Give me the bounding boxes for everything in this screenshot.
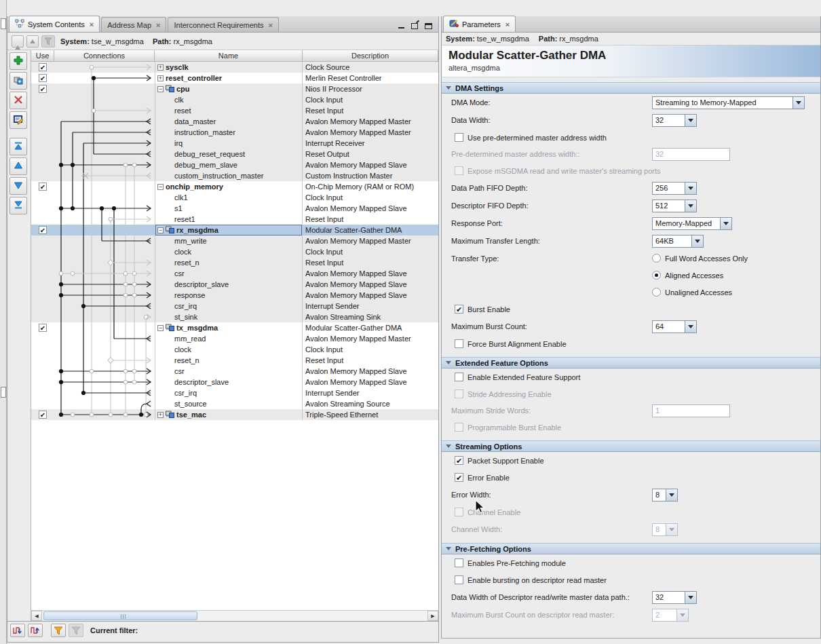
table-row-mm-write[interactable]: mm_writeAvalon Memory Mapped Master	[31, 235, 438, 246]
name-cell[interactable]: csr	[155, 268, 303, 279]
maximum-transfer-length-dropdown[interactable]: 64KB	[652, 235, 704, 248]
table-row-reset-n[interactable]: reset_nReset Input	[31, 355, 438, 366]
name-cell[interactable]: irq	[155, 138, 303, 149]
table-row-reset-controller[interactable]: ✔+reset_controllerMerlin Reset Controlle…	[31, 73, 438, 83]
name-cell[interactable]: debug_reset_request	[155, 149, 303, 159]
move-bottom-button[interactable]	[9, 197, 27, 214]
table-row-clk1[interactable]: clk1Clock Input	[31, 192, 438, 203]
name-cell[interactable]: reset_n	[155, 257, 303, 268]
table-row-irq[interactable]: irqInterrupt Receiver	[31, 138, 438, 149]
table-row-csr-irq[interactable]: csr_irqInterrupt Sender	[31, 301, 438, 311]
name-cell[interactable]: mm_read	[155, 333, 303, 344]
waveform-negedge-icon[interactable]	[10, 624, 25, 637]
table-row-onchip-memory[interactable]: ✔−onchip_memoryOn-Chip Memory (RAM or RO…	[31, 181, 438, 192]
dropdown-arrow-icon[interactable]	[666, 489, 677, 501]
section-header-pre-fetching-options[interactable]: Pre-Fetching Options	[442, 543, 820, 554]
table-row-st-sink[interactable]: st_sinkAvalon Streaming Sink	[31, 311, 438, 322]
scroll-right-arrow[interactable]: ▶	[427, 611, 438, 621]
table-row-rx-msgdma[interactable]: ✔−rx_msgdmaModular Scatter-Gather DMA	[31, 225, 438, 235]
move-down-button[interactable]	[9, 177, 27, 195]
column-header-description[interactable]: Description	[303, 50, 438, 62]
table-row-mm-read[interactable]: mm_readAvalon Memory Mapped Master	[31, 333, 438, 344]
collapse-icon[interactable]: −	[157, 325, 164, 331]
name-cell[interactable]: +sysclk	[155, 62, 303, 73]
enable-bursting-on-descriptor-read-master-checkbox[interactable]	[455, 575, 463, 584]
name-cell[interactable]: −tx_msgdma	[155, 322, 303, 333]
tab-parameters[interactable]: Parameters×	[443, 16, 516, 32]
table-row-debug-mem-slave[interactable]: debug_mem_slaveAvalon Memory Mapped Slav…	[31, 159, 438, 170]
add-button[interactable]	[9, 52, 27, 70]
collapse-icon[interactable]: −	[157, 227, 164, 233]
dropdown-arrow-icon[interactable]	[685, 183, 696, 194]
name-cell[interactable]: clock	[155, 344, 303, 355]
move-up-small-button[interactable]	[26, 35, 39, 48]
minimize-button[interactable]	[396, 21, 406, 29]
section-header-extended-feature-options[interactable]: Extended Feature Options	[442, 357, 820, 368]
use-checkbox[interactable]: ✔	[39, 411, 47, 419]
move-top-button[interactable]	[9, 138, 27, 155]
error-enable-checkbox[interactable]: ✔	[455, 473, 463, 482]
name-cell[interactable]: −onchip_memory	[155, 181, 303, 192]
remove-button[interactable]	[9, 92, 27, 109]
scrollbar-thumb[interactable]	[43, 611, 197, 620]
tab-interconnect-requirements[interactable]: Interconnect Requirements×	[168, 17, 279, 32]
name-cell[interactable]: debug_mem_slave	[155, 159, 303, 170]
tab-close-icon[interactable]: ×	[269, 21, 273, 29]
name-cell[interactable]: +tse_mac	[155, 409, 303, 420]
edit-button[interactable]	[9, 111, 27, 129]
force-burst-alignment-enable-checkbox[interactable]	[455, 339, 463, 348]
table-row-clk[interactable]: clkClock Input	[31, 94, 438, 105]
dropdown-arrow-icon[interactable]	[685, 592, 696, 603]
use-checkbox[interactable]: ✔	[39, 85, 47, 93]
enable-extended-feature-support-checkbox[interactable]	[455, 373, 463, 381]
maximum-burst-count-dropdown[interactable]: 64	[652, 320, 697, 333]
column-header-connections[interactable]: Connections	[54, 50, 155, 62]
scrollbar-track[interactable]	[42, 611, 427, 621]
burst-enable-checkbox[interactable]: ✔	[455, 305, 463, 314]
table-row-st-source[interactable]: st_sourceAvalon Streaming Source	[31, 398, 438, 409]
name-cell[interactable]: csr_irq	[155, 387, 303, 398]
name-cell[interactable]: clk1	[155, 192, 303, 203]
name-cell[interactable]: descriptor_slave	[155, 279, 303, 290]
name-cell[interactable]: response	[155, 290, 303, 301]
name-cell[interactable]: csr	[155, 366, 303, 377]
tab-close-icon[interactable]: ×	[90, 20, 94, 29]
use-checkbox[interactable]: ✔	[39, 226, 47, 234]
float-button[interactable]	[410, 21, 419, 29]
use-checkbox[interactable]: ✔	[39, 183, 47, 191]
table-row-reset[interactable]: resetReset Input	[31, 105, 438, 116]
expand-icon[interactable]: +	[157, 75, 164, 81]
table-row-reset1[interactable]: reset1Reset Input	[31, 214, 438, 225]
name-cell[interactable]: reset1	[155, 214, 303, 225]
name-cell[interactable]: mm_write	[155, 235, 303, 246]
table-row-csr[interactable]: csrAvalon Memory Mapped Slave	[31, 268, 438, 279]
column-header-name[interactable]: Name	[155, 50, 303, 62]
tab-close-icon[interactable]: ×	[505, 20, 510, 29]
table-row-clock[interactable]: clockClock Input	[31, 344, 438, 355]
table-row-s1[interactable]: s1Avalon Memory Mapped Slave	[31, 203, 438, 214]
name-cell[interactable]: st_source	[155, 398, 303, 409]
name-cell[interactable]: csr_irq	[155, 301, 303, 311]
table-row-descriptor-slave[interactable]: descriptor_slaveAvalon Memory Mapped Sla…	[31, 279, 438, 290]
collapse-icon[interactable]: −	[157, 184, 164, 190]
descriptor-fifo-depth-dropdown[interactable]: 512	[652, 200, 697, 212]
maximize-button[interactable]	[423, 21, 433, 29]
tab-system-contents[interactable]: System Contents×	[9, 16, 100, 32]
enables-pre-fetching-module-checkbox[interactable]	[455, 558, 463, 567]
name-cell[interactable]: custom_instruction_master	[155, 170, 303, 181]
unaligned-accesses-radio[interactable]	[652, 288, 661, 297]
data-width-dropdown[interactable]: 32	[652, 114, 697, 127]
table-row-response[interactable]: responseAvalon Memory Mapped Slave	[31, 290, 438, 301]
table-row-custom-instruction-master[interactable]: custom_instruction_masterCustom Instruct…	[31, 170, 438, 181]
table-row-debug-reset-request[interactable]: debug_reset_requestReset Output	[31, 149, 438, 159]
table-row-instruction-master[interactable]: instruction_masterAvalon Memory Mapped M…	[31, 127, 438, 138]
section-header-dma-settings[interactable]: DMA Settings	[442, 82, 820, 94]
table-row-csr-irq[interactable]: csr_irqInterrupt Sender	[31, 387, 438, 398]
name-cell[interactable]: −rx_msgdma	[155, 225, 303, 235]
dropdown-arrow-icon[interactable]	[691, 235, 703, 247]
dropdown-arrow-icon[interactable]	[720, 218, 731, 229]
move-top-small-button[interactable]	[12, 35, 24, 48]
table-row-clock[interactable]: clockClock Input	[31, 246, 438, 257]
table-row-sysclk[interactable]: ✔+sysclkClock Source	[31, 62, 438, 73]
table-row-reset-n[interactable]: reset_nReset Input	[31, 257, 438, 268]
